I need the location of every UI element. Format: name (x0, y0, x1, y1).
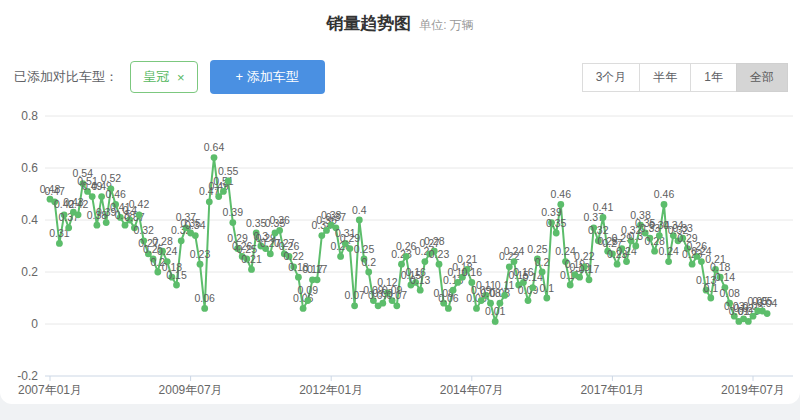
data-point[interactable] (567, 282, 574, 289)
data-point-label: 0.34 (185, 219, 206, 231)
data-point[interactable] (197, 261, 204, 268)
y-axis-tick-label: 0.6 (21, 161, 38, 175)
data-point[interactable] (750, 313, 757, 320)
data-point-label: 0.24 (555, 245, 576, 257)
data-point[interactable] (173, 282, 180, 289)
data-point[interactable] (300, 305, 307, 312)
range-all-button[interactable]: 全部 (736, 63, 788, 92)
data-point[interactable] (98, 193, 105, 200)
data-point-label: 0.21 (457, 253, 478, 265)
data-point[interactable] (229, 219, 236, 226)
data-point[interactable] (539, 269, 546, 276)
data-point[interactable] (497, 300, 504, 307)
data-point[interactable] (136, 211, 143, 218)
data-point[interactable] (553, 230, 560, 237)
data-point[interactable] (318, 232, 325, 239)
data-point[interactable] (665, 258, 672, 265)
data-point-label: 0.06 (194, 292, 215, 304)
data-point[interactable] (379, 300, 386, 307)
data-point[interactable] (454, 279, 461, 286)
data-point[interactable] (103, 219, 110, 226)
data-point-label: 0.07 (344, 289, 365, 301)
data-point[interactable] (745, 318, 752, 325)
data-point[interactable] (445, 305, 452, 312)
data-point[interactable] (632, 243, 639, 250)
data-point[interactable] (707, 295, 714, 302)
range-3months-button[interactable]: 3个月 (582, 63, 641, 92)
data-point[interactable] (436, 261, 443, 268)
data-point[interactable] (473, 305, 480, 312)
data-point[interactable] (89, 193, 96, 200)
data-point[interactable] (689, 261, 696, 268)
data-point-label: 0.09 (298, 284, 319, 296)
y-axis-tick-label: 0.8 (21, 109, 38, 123)
data-point[interactable] (206, 198, 213, 205)
data-point[interactable] (356, 217, 363, 224)
data-point-label: 0.52 (101, 172, 122, 184)
data-point[interactable] (365, 269, 372, 276)
model-tag-crown[interactable]: 皇冠 × (130, 61, 198, 93)
data-point[interactable] (215, 193, 222, 200)
data-point[interactable] (154, 269, 161, 276)
data-point[interactable] (422, 258, 429, 265)
data-point[interactable] (417, 287, 424, 294)
data-point[interactable] (614, 261, 621, 268)
data-point[interactable] (543, 295, 550, 302)
data-point[interactable] (450, 287, 457, 294)
data-point-label: 0.24 (157, 245, 178, 257)
data-point[interactable] (314, 276, 321, 283)
data-point[interactable] (525, 297, 532, 304)
data-point[interactable] (220, 188, 227, 195)
data-point[interactable] (201, 305, 208, 312)
data-point[interactable] (56, 240, 63, 247)
data-point[interactable] (698, 258, 705, 265)
data-point-label: 0.08 (719, 287, 740, 299)
data-point[interactable] (225, 178, 232, 185)
data-point[interactable] (347, 245, 354, 252)
data-point[interactable] (586, 276, 593, 283)
data-point[interactable] (276, 227, 283, 234)
x-axis-tick-label: 2009年07月 (159, 383, 223, 397)
data-point[interactable] (398, 261, 405, 268)
data-point[interactable] (492, 318, 499, 325)
data-point[interactable] (764, 310, 771, 317)
data-point[interactable] (337, 253, 344, 260)
data-point-label: 0.42 (129, 198, 150, 210)
data-point-label: 0.42 (68, 198, 89, 210)
x-axis-tick-label: 2019年07月 (721, 383, 785, 397)
data-point[interactable] (651, 248, 658, 255)
data-point[interactable] (295, 274, 302, 281)
data-point[interactable] (267, 250, 274, 257)
data-point[interactable] (94, 222, 101, 229)
data-point[interactable] (351, 302, 358, 309)
range-halfyear-button[interactable]: 半年 (639, 63, 691, 92)
data-point-label: 0.21 (241, 253, 262, 265)
data-point-label: 0.41 (593, 201, 614, 213)
chart-header: 销量趋势图 单位: 万辆 (0, 12, 800, 35)
data-point[interactable] (529, 284, 536, 291)
data-point[interactable] (600, 214, 607, 221)
data-point[interactable] (656, 232, 663, 239)
data-point[interactable] (65, 224, 72, 231)
data-point[interactable] (661, 201, 668, 208)
data-point-label: 0.14 (715, 271, 736, 283)
data-point[interactable] (403, 253, 410, 260)
data-point[interactable] (192, 232, 199, 239)
data-point[interactable] (323, 227, 330, 234)
add-model-button[interactable]: + 添加车型 (210, 60, 325, 94)
data-point[interactable] (393, 302, 400, 309)
data-point[interactable] (248, 266, 255, 273)
range-1year-button[interactable]: 1年 (690, 63, 737, 92)
data-point[interactable] (501, 292, 508, 299)
data-point[interactable] (304, 297, 311, 304)
data-point[interactable] (75, 211, 82, 218)
remove-tag-icon[interactable]: × (177, 71, 185, 84)
data-point[interactable] (623, 258, 630, 265)
data-point[interactable] (178, 237, 185, 244)
data-point[interactable] (557, 201, 564, 208)
data-point-label: 0.15 (166, 269, 187, 281)
data-point[interactable] (511, 258, 518, 265)
data-point-label: 0.06 (438, 292, 459, 304)
data-point[interactable] (211, 154, 218, 161)
data-point-label: 0.1 (703, 282, 718, 294)
